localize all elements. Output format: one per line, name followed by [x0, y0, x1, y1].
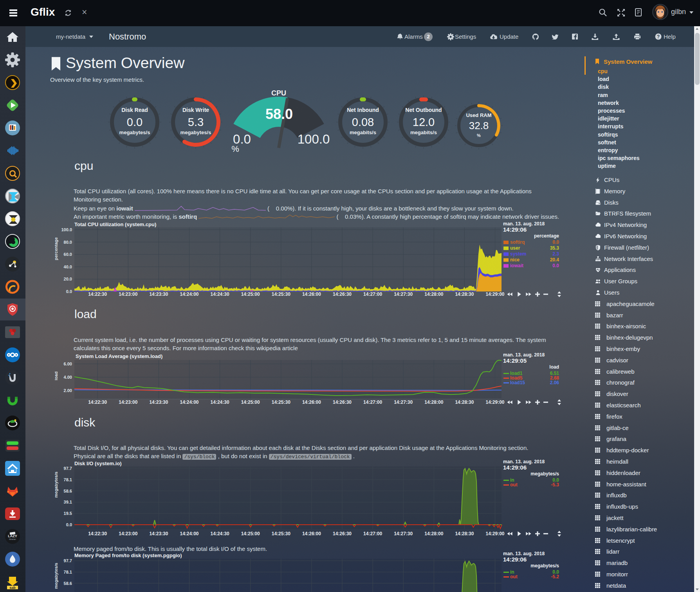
svg-text:LAZY: LAZY — [8, 534, 17, 538]
svg-text:?: ? — [657, 34, 660, 40]
svg-text:sab: sab — [9, 586, 16, 589]
svg-text:librarian: librarian — [9, 538, 16, 540]
